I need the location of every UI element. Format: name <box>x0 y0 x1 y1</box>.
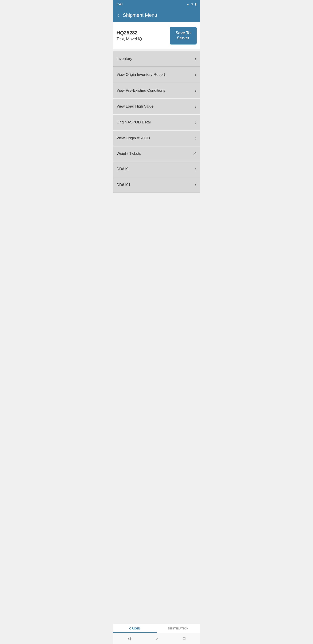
menu-item-view-origin-inventory-report[interactable]: View Origin Inventory Report› <box>113 67 200 82</box>
save-to-server-button[interactable]: Save ToServer <box>170 27 197 44</box>
menu-item-label: DD6191 <box>117 183 130 187</box>
chevron-right-icon: › <box>195 88 197 94</box>
chevron-right-icon: › <box>195 103 197 110</box>
app-header: ‹ Shipment Menu <box>113 8 200 22</box>
menu-item-label: DD619 <box>117 167 128 171</box>
wifi-icon: ▼ <box>191 2 194 6</box>
status-time: 6:40 <box>117 2 123 6</box>
menu-item-view-load-high-value[interactable]: View Load High Value› <box>113 99 200 114</box>
android-recent-button[interactable]: □ <box>179 635 190 642</box>
status-icons: ▲ ▼ ▮ <box>187 2 197 6</box>
shipment-name: Test, MoveHQ <box>117 37 142 41</box>
chevron-right-icon: › <box>195 56 197 62</box>
tab-destination[interactable]: DESTINATION <box>157 624 200 633</box>
menu-item-label: View Pre-Existing Conditions <box>117 88 165 93</box>
chevron-right-icon: › <box>195 72 197 78</box>
menu-item-view-origin-aspod[interactable]: View Origin ASPOD› <box>113 130 200 146</box>
menu-list: Inventory›View Origin Inventory Report›V… <box>113 49 200 624</box>
tab-origin[interactable]: ORIGIN <box>113 624 157 633</box>
menu-item-inventory[interactable]: Inventory› <box>113 51 200 67</box>
back-icon: ‹ <box>117 12 119 18</box>
menu-item-label: Inventory <box>117 56 132 61</box>
page-title: Shipment Menu <box>123 12 157 18</box>
menu-item-dd619[interactable]: DD619› <box>113 162 200 177</box>
shipment-info-panel: HQ25282 Test, MoveHQ Save ToServer <box>113 22 200 49</box>
back-button[interactable]: ‹ <box>117 11 120 19</box>
shipment-id: HQ25282 <box>117 30 142 36</box>
battery-icon: ▮ <box>195 2 197 6</box>
menu-item-view-pre-existing-conditions[interactable]: View Pre-Existing Conditions› <box>113 83 200 98</box>
status-bar: 6:40 ▲ ▼ ▮ <box>113 0 200 8</box>
android-back-button[interactable]: ◁ <box>123 635 135 642</box>
menu-item-label: View Origin Inventory Report <box>117 72 165 77</box>
menu-item-label: Origin ASPOD Detail <box>117 120 152 124</box>
chevron-right-icon: › <box>195 182 197 188</box>
menu-item-label: View Load High Value <box>117 104 154 109</box>
shipment-details: HQ25282 Test, MoveHQ <box>117 30 142 41</box>
menu-item-label: Weight Tickets <box>117 152 141 156</box>
chevron-right-icon: › <box>195 119 197 126</box>
chevron-right-icon: › <box>195 166 197 172</box>
chevron-right-icon: › <box>195 135 197 141</box>
bottom-tabs: ORIGIN DESTINATION <box>113 624 200 633</box>
menu-item-dd6191[interactable]: DD6191› <box>113 177 200 193</box>
menu-item-label: View Origin ASPOD <box>117 136 150 140</box>
tab-origin-label: ORIGIN <box>129 627 140 630</box>
android-nav-bar: ◁ ○ □ <box>113 633 200 644</box>
signal-icon: ▲ <box>187 2 189 6</box>
menu-item-weight-tickets[interactable]: Weight Tickets✓ <box>113 146 200 161</box>
menu-item-origin-aspod-detail[interactable]: Origin ASPOD Detail› <box>113 115 200 130</box>
android-home-button[interactable]: ○ <box>151 635 163 642</box>
tab-destination-label: DESTINATION <box>168 627 189 630</box>
checkmark-icon: ✓ <box>193 151 197 156</box>
